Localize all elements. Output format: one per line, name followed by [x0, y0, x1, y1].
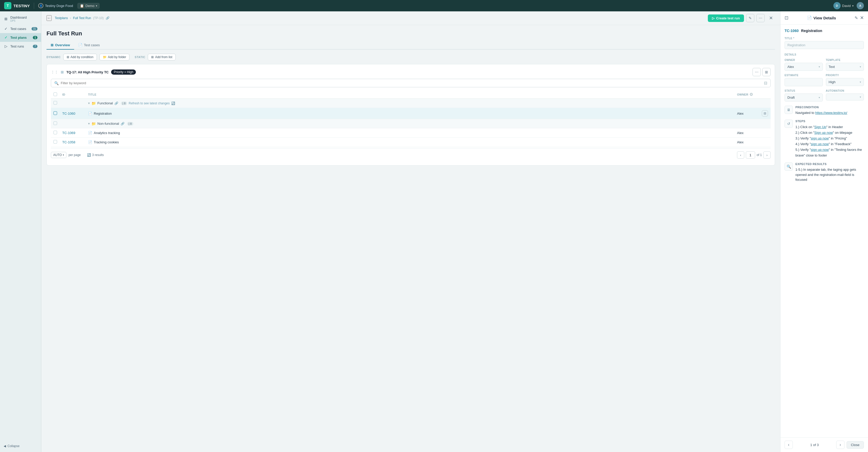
- nonfolder-checkbox[interactable]: [54, 121, 57, 125]
- folder-collapse-icon[interactable]: ▾: [88, 101, 90, 105]
- sidebar-item-test-runs[interactable]: ▷ Test runs 7: [0, 42, 41, 51]
- estimate-input[interactable]: [784, 78, 823, 86]
- breadcrumb-current[interactable]: Full Test Run: [73, 16, 91, 20]
- automation-select[interactable]: ▾: [826, 94, 864, 100]
- nonfolder-label: ▾ 📁 Non-functional 🔗 | 8: [88, 122, 768, 126]
- precondition-link[interactable]: https://www.testiny.io/: [815, 111, 847, 115]
- details-grid: OWNER Alex ▾ TEMPLATE Text ▾ ESTIM: [784, 59, 864, 101]
- breadcrumb-actions: ▷ Create test run ✎ ⋯ ✕: [708, 14, 775, 22]
- add-by-condition-button[interactable]: ⊞ Add by condition: [63, 54, 97, 60]
- avatar-image: D: [833, 2, 841, 9]
- owner-select[interactable]: Alex ▾: [784, 63, 823, 71]
- back-button[interactable]: ←: [46, 15, 52, 21]
- step-2-link[interactable]: Sign up now: [814, 131, 833, 135]
- nonfolder-link-icon: 🔗: [121, 122, 125, 126]
- folder-checkbox[interactable]: [54, 101, 57, 105]
- more-options-button[interactable]: ⋯: [756, 14, 765, 22]
- row1069-title-cell: 📄 Analytics tracking: [86, 128, 735, 138]
- row-checkbox[interactable]: [54, 111, 57, 115]
- detail-footer-close-button[interactable]: Close: [846, 441, 864, 449]
- user-avatar[interactable]: D David ▾: [833, 2, 854, 9]
- step-4-link[interactable]: sign up now: [811, 142, 829, 146]
- row1069-title: Analytics tracking: [94, 131, 120, 135]
- dynamic-bar: DYNAMIC ⊞ Add by condition 📁 Add by fold…: [46, 54, 775, 60]
- condition-grid-button[interactable]: ⊞: [762, 68, 771, 76]
- title-field-value[interactable]: Registration: [784, 41, 864, 49]
- condition-drag-icon: ⋮⋮: [51, 70, 58, 74]
- folder-name: Functional: [97, 101, 113, 105]
- detail-collapse-button[interactable]: ⊡: [784, 15, 788, 21]
- row-owner-cell: Alex ⊟: [735, 108, 771, 119]
- tc-1058-link[interactable]: TC-1058: [62, 140, 75, 144]
- detail-close-button[interactable]: ✕: [860, 15, 864, 21]
- demo-selector[interactable]: 📋 Demo ▾: [77, 3, 100, 9]
- demo-chevron: ▾: [96, 4, 97, 7]
- sidebar-item-test-cases[interactable]: ✓ Test cases 31: [0, 24, 41, 33]
- search-input[interactable]: [61, 81, 762, 85]
- page-number-input[interactable]: [746, 151, 755, 159]
- nonfolder-title-cell: ▾ 📁 Non-functional 🔗 | 8: [86, 119, 771, 128]
- row1058-checkbox[interactable]: [54, 140, 57, 143]
- step-5-link[interactable]: sign up now: [811, 148, 829, 152]
- condition-more-button[interactable]: ⋯: [752, 68, 761, 76]
- detail-prev-button[interactable]: ‹: [784, 441, 793, 449]
- filter-button[interactable]: ⊟: [764, 80, 767, 86]
- precondition-title: PRECONDITION: [796, 106, 864, 109]
- condition-actions: ⋯ ⊞: [752, 68, 771, 76]
- row-action-button[interactable]: ⊟: [762, 110, 768, 117]
- nav-right: D David ▾ A: [833, 2, 864, 9]
- sidebar-item-test-plans[interactable]: ✓ Test plans 1: [0, 33, 41, 42]
- prev-page-button[interactable]: ‹: [737, 151, 744, 159]
- sidebar-test-cases-label: Test cases: [10, 27, 26, 31]
- nonfolder-name: Non-functional: [97, 122, 119, 126]
- top-navbar: T TESTINY 👤 Testiny Doge Food 📋 Demo ▾ D…: [0, 0, 868, 11]
- status-label: STATUS: [784, 89, 823, 92]
- nonfolder-collapse-icon[interactable]: ▾: [88, 122, 90, 126]
- row1058-title-cell: 📄 Tracking cookies: [86, 138, 735, 147]
- close-main-button[interactable]: ✕: [767, 14, 775, 22]
- precondition-text: Navigated to https://www.testiny.io/: [796, 110, 864, 116]
- detail-edit-button[interactable]: ✎: [855, 15, 858, 21]
- nav-divider: [34, 3, 34, 9]
- step-1-link[interactable]: Sign Up: [814, 125, 826, 129]
- table-row: TC-1058 📄 Tracking cookies Alex: [51, 138, 771, 147]
- refresh-icon-small[interactable]: 🔄: [87, 153, 91, 157]
- tc-id-link[interactable]: TC-1060: [62, 111, 75, 116]
- edit-button[interactable]: ✎: [746, 14, 754, 22]
- sidebar-item-dashboard[interactable]: ⊞ Dashboard DP5: [0, 13, 41, 24]
- create-test-run-button[interactable]: ▷ Create test run: [708, 14, 744, 22]
- condition-type-icon: ⊞: [61, 70, 64, 74]
- add-from-list-button[interactable]: ⊞ Add from list: [148, 54, 176, 60]
- detail-next-button[interactable]: ›: [836, 441, 844, 449]
- detail-panel: ⊡ 📄 View Details ✎ ✕ TC-1060 Registratio…: [780, 11, 868, 452]
- folder-checkbox-cell: [51, 99, 60, 108]
- tab-test-cases[interactable]: 📄 Test cases: [74, 41, 104, 50]
- next-page-button[interactable]: ›: [764, 151, 771, 159]
- status-field: STATUS Draft ▾: [784, 89, 823, 101]
- step-1: 1.) Click on "Sign Up" in Header: [796, 124, 864, 130]
- pagination-bar: AUTO ▾ per page 🔄 3 results ‹ of 1 ›: [51, 148, 771, 162]
- breadcrumb-parent[interactable]: Testplans: [55, 16, 68, 20]
- folder-row-functional: ▾ 📁 Functional 🔗 | 8 Refresh to see late…: [51, 99, 771, 108]
- owner-field: OWNER Alex ▾: [784, 59, 823, 71]
- project-selector[interactable]: 👤 Testiny Doge Food: [38, 3, 73, 8]
- second-avatar[interactable]: A: [857, 2, 864, 9]
- add-by-folder-button[interactable]: 📁 Add by folder: [99, 54, 130, 60]
- doc-1069-icon: 📄: [88, 131, 92, 135]
- tc-id[interactable]: TC-1060: [784, 29, 799, 33]
- template-select[interactable]: Text ▾: [826, 63, 864, 71]
- collapse-button[interactable]: ◀ Collapse: [4, 444, 37, 448]
- column-settings-button[interactable]: ⚙: [749, 92, 753, 97]
- row1069-checkbox[interactable]: [54, 131, 57, 134]
- status-select[interactable]: Draft ▾: [784, 94, 823, 101]
- col-checkbox-header: [51, 90, 60, 99]
- refresh-icon[interactable]: 🔄: [171, 101, 175, 105]
- test-plans-icon: ✓: [4, 35, 8, 40]
- priority-select[interactable]: High ▾: [826, 78, 864, 86]
- detail-header: ⊡ 📄 View Details ✎ ✕: [780, 11, 868, 25]
- tc-1069-link[interactable]: TC-1069: [62, 131, 75, 135]
- step-3-link[interactable]: sign up now: [811, 136, 829, 140]
- select-all-checkbox[interactable]: [54, 93, 57, 96]
- per-page-selector[interactable]: AUTO ▾: [51, 152, 66, 158]
- tab-overview[interactable]: ⊞ Overview: [46, 41, 74, 50]
